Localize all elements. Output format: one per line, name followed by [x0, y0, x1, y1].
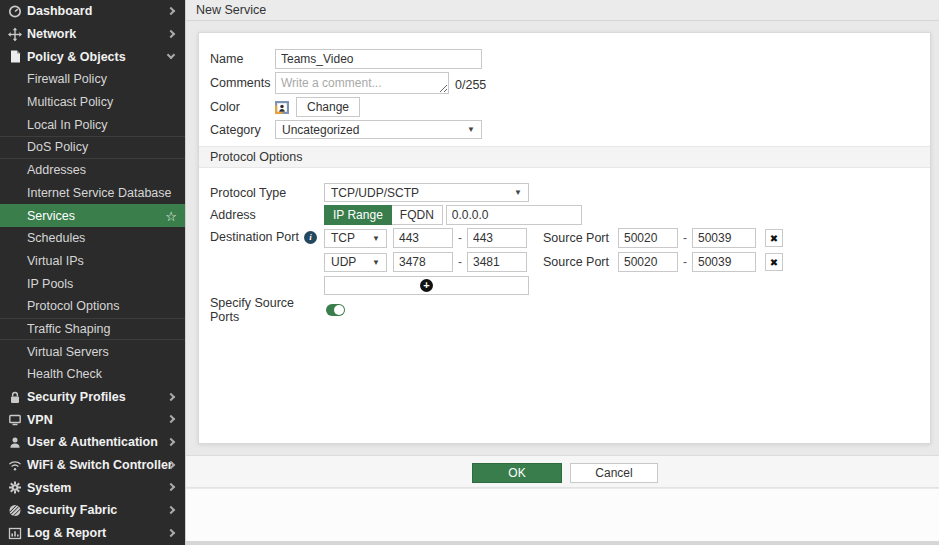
sidebar-item-local-in-policy[interactable]: Local In Policy: [0, 113, 185, 136]
range-separator: -: [678, 255, 692, 269]
dest-port-to-input[interactable]: [467, 252, 527, 272]
security-profiles-icon: [7, 390, 22, 405]
sidebar-item-label: Multicast Policy: [27, 95, 113, 109]
sidebar-item-label: IP Pools: [27, 277, 73, 291]
address-type-segment: IP RangeFQDN: [324, 205, 442, 225]
source-port-from-input[interactable]: [618, 228, 678, 248]
comments-counter: 0/255: [455, 72, 486, 92]
page-title: New Service: [196, 3, 266, 17]
protocol-select[interactable]: TCP▼: [324, 229, 387, 248]
sidebar-item-label: Services: [27, 209, 75, 223]
protocol-select[interactable]: UDP▼: [324, 253, 387, 272]
range-separator: -: [678, 231, 692, 245]
ok-button[interactable]: OK: [472, 463, 562, 483]
source-port-to-input[interactable]: [692, 252, 756, 272]
source-port-label: Source Port: [543, 255, 609, 269]
sidebar-item-traffic-shaping[interactable]: Traffic Shaping: [0, 318, 185, 341]
new-service-form: Name Comments 0/255 Color: [198, 32, 931, 444]
sidebar-item-label: Traffic Shaping: [27, 322, 110, 336]
sidebar-item-dashboard[interactable]: Dashboard: [0, 0, 185, 23]
address-type-ip-range[interactable]: IP Range: [324, 205, 392, 225]
name-input[interactable]: [275, 49, 482, 69]
sidebar-item-label: DoS Policy: [27, 140, 88, 154]
dest-port-to-input[interactable]: [467, 228, 527, 248]
toggle-knob: [334, 305, 344, 315]
sidebar-item-label: Virtual Servers: [27, 345, 109, 359]
caret-down-icon: ▼: [372, 234, 380, 243]
dest-port-from-input[interactable]: [393, 228, 453, 248]
sidebar-item-label: Protocol Options: [27, 299, 119, 313]
specify-source-ports-toggle[interactable]: [326, 304, 345, 316]
app-window: DashboardNetworkPolicy & ObjectsFirewall…: [0, 0, 939, 545]
sidebar-item-internet-service-database[interactable]: Internet Service Database: [0, 182, 185, 205]
sidebar-item-log-report[interactable]: Log & Report: [0, 522, 185, 545]
network-icon: [7, 27, 22, 42]
dest-port-from-input[interactable]: [393, 252, 453, 272]
sidebar-item-user-authentication[interactable]: User & Authentication: [0, 431, 185, 454]
sidebar-item-health-check[interactable]: Health Check: [0, 363, 185, 386]
sidebar-item-security-profiles[interactable]: Security Profiles: [0, 386, 185, 409]
sidebar-item-addresses[interactable]: Addresses: [0, 159, 185, 182]
sidebar-item-security-fabric[interactable]: Security Fabric: [0, 499, 185, 522]
sidebar-item-multicast-policy[interactable]: Multicast Policy: [0, 91, 185, 114]
sidebar-item-label: WiFi & Switch Controller: [27, 458, 173, 472]
sidebar-item-label: Policy & Objects: [27, 50, 126, 64]
address-type-fqdn[interactable]: FQDN: [391, 205, 443, 225]
chevron-right-icon: [167, 483, 175, 491]
delete-row-button[interactable]: ✖: [765, 229, 783, 247]
chevron-right-icon: [167, 438, 175, 446]
vpn-icon: [7, 412, 22, 427]
sidebar-item-dos-policy[interactable]: DoS Policy: [0, 136, 185, 159]
sidebar-item-wifi-switch-controller[interactable]: WiFi & Switch Controller: [0, 454, 185, 477]
sidebar-item-schedules[interactable]: Schedules: [0, 227, 185, 250]
favorite-star-icon[interactable]: ☆: [165, 208, 177, 223]
port-row-udp: UDP▼-Source Port-✖: [324, 252, 783, 272]
sidebar-item-protocol-options[interactable]: Protocol Options: [0, 295, 185, 318]
destination-port-label: Destination Port: [210, 230, 299, 244]
sidebar-item-vpn[interactable]: VPN: [0, 408, 185, 431]
sidebar-item-network[interactable]: Network: [0, 23, 185, 46]
add-port-row-button[interactable]: +: [324, 276, 529, 295]
specify-source-ports-label: Specify Source Ports: [210, 296, 324, 324]
cancel-button[interactable]: Cancel: [570, 463, 658, 483]
sidebar-item-virtual-ips[interactable]: Virtual IPs: [0, 250, 185, 273]
sidebar-item-label: Virtual IPs: [27, 254, 84, 268]
destination-port-label-row: Destination Port i: [210, 230, 317, 244]
protocol-type-select[interactable]: TCP/UDP/SCTP ▼: [324, 183, 529, 202]
sidebar-item-label: Internet Service Database: [27, 186, 172, 200]
chevron-right-icon: [167, 506, 175, 514]
caret-down-icon: ▼: [372, 258, 380, 267]
sidebar-item-ip-pools[interactable]: IP Pools: [0, 272, 185, 295]
form-footer: OK Cancel: [186, 455, 939, 488]
chevron-right-icon: [167, 392, 175, 400]
category-select[interactable]: Uncategorized ▼: [275, 120, 482, 139]
chevron-right-icon: [167, 415, 175, 423]
comments-input[interactable]: [275, 72, 449, 94]
address-input[interactable]: [446, 205, 582, 225]
comments-row: Comments 0/255: [210, 72, 486, 94]
source-port-from-input[interactable]: [618, 252, 678, 272]
sidebar-item-label: VPN: [27, 413, 53, 427]
category-row: Category Uncategorized ▼: [210, 120, 482, 139]
sidebar-item-label: Local In Policy: [27, 118, 108, 132]
sidebar-item-system[interactable]: System: [0, 476, 185, 499]
color-change-button[interactable]: Change: [296, 97, 360, 117]
user-authentication-icon: [7, 435, 22, 450]
caret-down-icon: ▼: [467, 125, 475, 134]
sidebar-item-label: Addresses: [27, 163, 86, 177]
category-label: Category: [210, 123, 275, 137]
sidebar-item-virtual-servers[interactable]: Virtual Servers: [0, 340, 185, 363]
info-icon: i: [304, 231, 317, 244]
color-row: Color Change: [210, 97, 360, 117]
system-icon: [7, 480, 22, 495]
sidebar-item-services[interactable]: Services☆: [0, 204, 185, 227]
sidebar-item-policy-objects[interactable]: Policy & Objects: [0, 45, 185, 68]
footer-spacer: [186, 489, 939, 541]
protocol-value: TCP: [331, 231, 355, 245]
sidebar-item-firewall-policy[interactable]: Firewall Policy: [0, 68, 185, 91]
source-port-to-input[interactable]: [692, 228, 756, 248]
sidebar-item-label: Dashboard: [27, 4, 92, 18]
delete-row-button[interactable]: ✖: [765, 253, 783, 271]
chevron-down-icon: [167, 51, 175, 59]
section-header: Protocol Options: [199, 146, 930, 168]
